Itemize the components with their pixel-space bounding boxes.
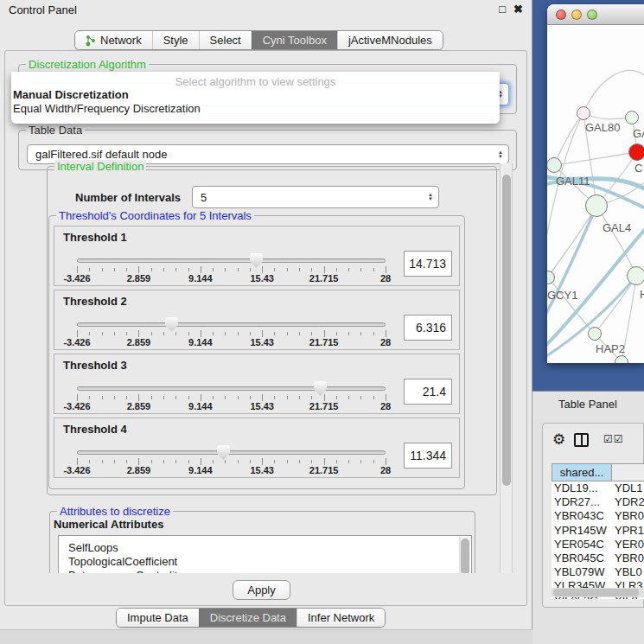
table-cell: YER0 xyxy=(612,538,644,552)
node-hap2[interactable] xyxy=(588,327,602,341)
popup-option-equal-width-frequency[interactable]: Equal Width/Frequency Discretization xyxy=(11,102,500,116)
slider-scale: -3.4262.8599.14415.4321.71528 xyxy=(77,337,386,348)
float-window-icon[interactable]: □ xyxy=(499,3,506,16)
split-columns-icon[interactable] xyxy=(574,433,589,447)
table-cell: YBL0 xyxy=(612,565,644,579)
threshold-1-value-field[interactable]: 14.713 xyxy=(404,251,452,277)
tab-jactivemnodules[interactable]: jActiveMNodules xyxy=(337,31,443,49)
tab-label: Discretize Data xyxy=(210,611,286,624)
table-cell: YPR1 xyxy=(612,524,644,538)
node-table: shared... n YDL19...YDL1YDR27...YDR2YBR0… xyxy=(552,463,644,599)
threshold-label: Threshold 3 xyxy=(63,359,127,372)
table-cell: YPR145W xyxy=(552,524,612,538)
slider-track[interactable] xyxy=(77,450,386,455)
threshold-4-slider[interactable]: -3.4262.8599.14415.4321.71528 xyxy=(77,450,386,476)
group-label: Table Data xyxy=(26,124,85,137)
node-h[interactable] xyxy=(627,266,644,285)
node-gal80[interactable] xyxy=(577,106,590,120)
threshold-stack: Threshold 1 -3.4262.8599.14415.4321.7152… xyxy=(54,226,460,481)
node-bottom[interactable] xyxy=(615,355,628,363)
tab-impute-data[interactable]: Impute Data xyxy=(117,609,199,627)
network-view-window[interactable]: GAL80GACGAL11GAL4GCY1HHAP2 xyxy=(547,4,644,363)
minimize-traffic-light[interactable] xyxy=(571,10,582,20)
slider-track[interactable] xyxy=(77,322,386,327)
scale-label: 28 xyxy=(380,465,391,475)
zoom-traffic-light[interactable] xyxy=(587,10,597,20)
slider-track[interactable] xyxy=(77,258,386,263)
node-label: GAL11 xyxy=(556,175,590,188)
table-row[interactable]: YBL079WYBL0 xyxy=(552,565,644,579)
tab-label: Cyni Toolbox xyxy=(263,34,327,47)
scale-label: 2.859 xyxy=(127,337,151,348)
table-row[interactable]: YDR27...YDR2 xyxy=(552,495,644,509)
threshold-label: Threshold 1 xyxy=(63,231,127,244)
table-row[interactable]: YBR045CYBR0 xyxy=(552,552,644,565)
threshold-3-slider[interactable]: -3.4262.8599.14415.4321.71528 xyxy=(77,386,386,412)
scrollbar-thumb[interactable] xyxy=(461,539,469,575)
tab-style[interactable]: Style xyxy=(152,31,199,49)
threshold-2-value-field[interactable]: 6.316 xyxy=(404,315,452,341)
scrollbar-thumb[interactable] xyxy=(502,175,511,486)
tab-label: Select xyxy=(210,34,241,47)
column-header-name[interactable]: n xyxy=(612,463,644,481)
scale-label: 21.715 xyxy=(309,337,339,348)
spinner-value: 5 xyxy=(201,191,207,204)
table-hscrollbar[interactable] xyxy=(552,588,644,597)
list-item[interactable]: TopologicalCoefficient xyxy=(59,555,471,569)
node-ga[interactable] xyxy=(625,111,639,124)
scale-label: 9.144 xyxy=(188,465,213,475)
node-red[interactable] xyxy=(628,143,644,161)
table-row[interactable]: YBR043CYBR0 xyxy=(552,509,644,523)
node-label: GAL4 xyxy=(603,221,631,234)
checkbox-icons[interactable]: ☑☑ xyxy=(603,433,624,445)
table-cell: YER054C xyxy=(552,538,612,552)
tab-select[interactable]: Select xyxy=(199,31,252,49)
slider-scale: -3.4262.8599.14415.4321.71528 xyxy=(77,273,386,284)
table-row[interactable]: YPR145WYPR1 xyxy=(552,524,644,538)
network-canvas[interactable]: GAL80GACGAL11GAL4GCY1HHAP2 xyxy=(547,26,644,363)
scale-label: 9.144 xyxy=(188,273,213,284)
combo-arrows-icon: ▲▼ xyxy=(498,150,503,159)
tab-label: Infer Network xyxy=(308,611,374,624)
node-label: C xyxy=(634,162,642,175)
table-row[interactable]: YDL19...YDL1 xyxy=(552,481,644,495)
slider-track[interactable] xyxy=(77,386,386,391)
group-label: Attributes to discretize xyxy=(57,505,173,518)
num-intervals-label: Number of Intervals xyxy=(75,191,181,204)
table-panel-titlebar: Table Panel xyxy=(532,391,644,417)
close-traffic-light[interactable] xyxy=(556,10,566,20)
tab-label: Style xyxy=(163,34,188,47)
scale-label: 9.144 xyxy=(188,401,213,411)
threshold-1-slider[interactable]: -3.4262.8599.14415.4321.71528 xyxy=(77,258,386,284)
numerical-attributes-label: Numerical Attributes xyxy=(54,518,163,531)
main-scrollbar[interactable] xyxy=(500,163,513,574)
scrollbar-thumb[interactable] xyxy=(553,589,639,596)
gear-icon[interactable]: ⚙ xyxy=(552,430,565,449)
list-item[interactable]: SelfLoops xyxy=(59,541,471,555)
scale-label: 2.859 xyxy=(127,273,151,284)
column-header-shared-name[interactable]: shared... xyxy=(552,463,612,481)
node-gal4[interactable] xyxy=(585,194,608,217)
tab-network[interactable]: Network xyxy=(75,31,152,49)
close-icon[interactable]: ✖ xyxy=(513,3,523,16)
apply-button[interactable]: Apply xyxy=(233,580,290,600)
scale-label: -3.426 xyxy=(63,465,90,475)
threshold-3-value-field[interactable]: 21.4 xyxy=(404,379,452,405)
num-intervals-spinner[interactable]: 5 ▲▼ xyxy=(192,186,439,208)
table-row[interactable]: YER054CYER0 xyxy=(552,538,644,552)
node-label: H xyxy=(640,288,644,301)
scale-label: 21.715 xyxy=(309,273,339,284)
scale-label: 9.144 xyxy=(188,337,213,348)
network-window-titlebar[interactable] xyxy=(547,4,644,25)
tab-discretize-data[interactable]: Discretize Data xyxy=(199,609,296,627)
tab-infer-network[interactable]: Infer Network xyxy=(296,609,385,627)
popup-option-manual-discretization[interactable]: Manual Discretization xyxy=(11,88,500,102)
threshold-2-slider[interactable]: -3.4262.8599.14415.4321.71528 xyxy=(77,322,386,348)
scale-label: 2.859 xyxy=(127,465,151,475)
scale-label: 2.859 xyxy=(127,401,151,411)
control-panel: Control Panel □ ✖ Network Style Select C… xyxy=(0,0,532,644)
scale-label: 15.43 xyxy=(250,465,274,475)
table-cell: YDR27... xyxy=(552,495,612,509)
tab-cyni-toolbox[interactable]: Cyni Toolbox xyxy=(252,31,337,49)
threshold-4-value-field[interactable]: 11.344 xyxy=(404,443,452,469)
